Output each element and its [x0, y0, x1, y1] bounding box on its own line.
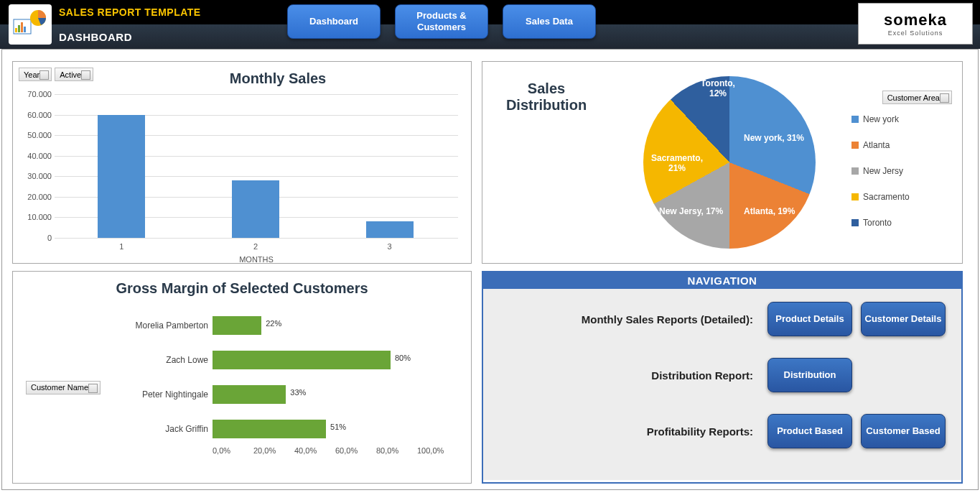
- y-tick: 20.000: [24, 193, 52, 201]
- y-tick: 30.000: [24, 172, 52, 180]
- legend-swatch: [851, 193, 859, 200]
- legend-swatch: [851, 219, 859, 226]
- nav-row: Monthly Sales Reports (Detailed):Product…: [499, 302, 946, 336]
- hbar-row: Jack Griffin51%: [119, 412, 458, 446]
- hbar-row: Morelia Pamberton22%: [119, 308, 458, 343]
- legend-item: Atlanta: [851, 140, 952, 150]
- nav-button[interactable]: Product Details: [767, 302, 852, 336]
- legend-item: New york: [851, 114, 952, 124]
- hbar: [213, 385, 286, 404]
- gross-margin-title: Gross Margin of Selected Customers: [26, 280, 458, 297]
- legend-item: Sacramento: [851, 192, 952, 202]
- hbar-label: Morelia Pamberton: [119, 320, 213, 331]
- brand-logo: someka Excel Solutions: [858, 3, 973, 45]
- hbar-row: Zach Lowe80%: [119, 343, 458, 377]
- x-tick: 80,0%: [376, 446, 417, 455]
- app-icon: [9, 4, 52, 45]
- x-tick: 1: [98, 242, 145, 251]
- y-tick: 10.000: [24, 213, 52, 221]
- hbar: [213, 420, 326, 438]
- pie-label-atlanta: Atlanta, 19%: [744, 207, 795, 217]
- legend-item: Toronto: [851, 218, 952, 228]
- nav-button[interactable]: Customer Based: [861, 414, 946, 448]
- hbar-value: 22%: [266, 319, 281, 328]
- legend-label: Atlanta: [863, 140, 890, 150]
- navigation-panel: NAVIGATION Monthly Sales Reports (Detail…: [482, 271, 963, 484]
- hbar-label: Peter Nightingale: [119, 389, 213, 400]
- x-tick: 2: [232, 242, 279, 251]
- nav-sales-data-button[interactable]: Sales Data: [503, 4, 596, 39]
- legend-swatch: [851, 142, 859, 149]
- monthly-sales-chart: 010.00020.00030.00040.00050.00060.00070.…: [55, 94, 458, 238]
- x-tick: 3: [366, 242, 414, 251]
- pie-label-toronto: Toronto, 12%: [696, 79, 739, 99]
- customer-area-slicer[interactable]: Customer Area: [882, 91, 952, 104]
- x-tick: 0,0%: [213, 446, 253, 455]
- x-tick: 60,0%: [335, 446, 376, 455]
- hbar-value: 33%: [290, 388, 306, 397]
- year-slicer[interactable]: Year: [19, 68, 52, 81]
- legend-label: Toronto: [863, 218, 892, 228]
- bar: [232, 180, 279, 238]
- nav-row: Profitability Reports:Product BasedCusto…: [499, 414, 946, 448]
- legend-label: Sacramento: [863, 192, 910, 202]
- active-slicer[interactable]: Active: [55, 68, 93, 81]
- y-tick: 50.000: [24, 131, 52, 139]
- nav-products-customers-button[interactable]: Products & Customers: [395, 4, 488, 39]
- y-tick: 60.000: [24, 111, 52, 119]
- hbar-label: Jack Griffin: [119, 424, 213, 434]
- page-title: DASHBOARD: [59, 31, 132, 43]
- nav-row-label: Monthly Sales Reports (Detailed):: [582, 313, 753, 326]
- app-subheader: DASHBOARD Dashboard Products & Customers…: [0, 24, 980, 49]
- x-tick: 20,0%: [253, 446, 294, 455]
- hbar-label: Zach Lowe: [119, 355, 213, 365]
- gross-margin-panel: Gross Margin of Selected Customers Custo…: [12, 271, 472, 484]
- y-tick: 70.000: [24, 90, 52, 98]
- y-tick: 0: [24, 234, 52, 242]
- nav-dashboard-button[interactable]: Dashboard: [287, 4, 381, 39]
- top-nav: Dashboard Products & Customers Sales Dat…: [287, 4, 596, 39]
- nav-row: Distribution Report:Distribution: [499, 358, 946, 392]
- svg-rect-3: [21, 22, 23, 32]
- sales-distribution-title: Sales Distribution: [493, 69, 600, 256]
- legend-label: New Jersy: [863, 166, 903, 176]
- legend-swatch: [851, 116, 859, 123]
- nav-button[interactable]: Customer Details: [861, 302, 946, 336]
- legend-swatch: [851, 167, 859, 175]
- monthly-xlabel: MONTHS: [55, 255, 458, 264]
- svg-rect-1: [15, 28, 17, 32]
- bar: [366, 221, 414, 238]
- pie-label-newjersy: New Jersy, 17%: [659, 207, 723, 217]
- hbar-value: 80%: [395, 354, 411, 362]
- nav-row-label: Distribution Report:: [651, 369, 753, 382]
- legend-label: New york: [863, 114, 899, 124]
- sales-distribution-chart: New york, 31% Atlanta, 19% New Jersy, 17…: [600, 69, 851, 256]
- gross-margin-chart: Morelia Pamberton22%Zach Lowe80%Peter Ni…: [119, 308, 458, 466]
- navigation-body: Monthly Sales Reports (Detailed):Product…: [483, 289, 961, 480]
- legend-item: New Jersy: [851, 166, 952, 176]
- sales-distribution-panel: Sales Distribution New york, 31% Atlanta…: [482, 61, 963, 264]
- y-tick: 40.000: [24, 152, 52, 160]
- svg-rect-4: [24, 27, 26, 32]
- x-tick: 40,0%: [294, 446, 335, 455]
- pie-label-sacramento: Sacramento, 21%: [645, 154, 709, 174]
- nav-button[interactable]: Distribution: [767, 358, 852, 392]
- dashboard-body: Year Active Monthly Sales 010.00020.0003…: [1, 49, 979, 490]
- monthly-sales-title: Monthly Sales: [98, 70, 458, 87]
- hbar-value: 51%: [330, 423, 346, 431]
- app-title: SALES REPORT TEMPLATE: [59, 6, 201, 18]
- x-tick: 100,0%: [417, 446, 458, 455]
- svg-rect-2: [18, 25, 20, 32]
- nav-row-label: Profitability Reports:: [647, 425, 753, 438]
- hbar-row: Peter Nightingale33%: [119, 377, 458, 412]
- distribution-legend: Customer Area New yorkAtlantaNew JersySa…: [851, 69, 952, 256]
- hbar: [213, 316, 261, 335]
- hbar: [213, 351, 391, 369]
- monthly-sales-panel: Year Active Monthly Sales 010.00020.0003…: [12, 61, 472, 264]
- customer-name-slicer[interactable]: Customer Name: [26, 381, 101, 394]
- bar: [98, 115, 145, 238]
- navigation-title: NAVIGATION: [483, 272, 961, 289]
- nav-button[interactable]: Product Based: [767, 414, 852, 448]
- pie-label-newyork: New york, 31%: [744, 134, 804, 144]
